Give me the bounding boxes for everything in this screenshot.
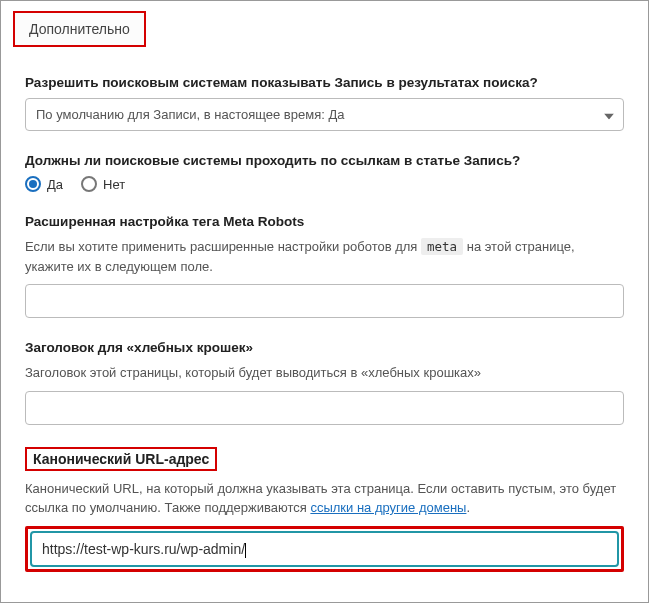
allow-search-section: Разрешить поисковым системам показывать … <box>25 75 624 131</box>
meta-robots-input[interactable] <box>25 284 624 318</box>
follow-links-label: Должны ли поисковые системы проходить по… <box>25 153 624 168</box>
follow-links-radios: Да Нет <box>25 176 624 192</box>
tab-advanced[interactable]: Дополнительно <box>13 11 146 47</box>
tab-advanced-label: Дополнительно <box>29 21 130 37</box>
meta-robots-label: Расширенная настройка тега Meta Robots <box>25 214 624 229</box>
breadcrumbs-label: Заголовок для «хлебных крошек» <box>25 340 624 355</box>
allow-search-label: Разрешить поисковым системам показывать … <box>25 75 624 90</box>
radio-yes[interactable]: Да <box>25 176 63 192</box>
meta-robots-helper: Если вы хотите применить расширенные нас… <box>25 237 624 276</box>
breadcrumbs-input[interactable] <box>25 391 624 425</box>
breadcrumbs-section: Заголовок для «хлебных крошек» Заголовок… <box>25 340 624 425</box>
radio-yes-input[interactable] <box>25 176 41 192</box>
radio-no-label: Нет <box>103 177 125 192</box>
follow-links-section: Должны ли поисковые системы проходить по… <box>25 153 624 192</box>
canonical-label: Канонический URL-адрес <box>25 447 217 471</box>
allow-search-selected: По умолчанию для Записи, в настоящее вре… <box>25 98 624 131</box>
panel-content: Разрешить поисковым системам показывать … <box>1 47 648 582</box>
breadcrumbs-helper: Заголовок этой страницы, который будет в… <box>25 363 624 383</box>
radio-no[interactable]: Нет <box>81 176 125 192</box>
radio-yes-label: Да <box>47 177 63 192</box>
allow-search-select[interactable]: По умолчанию для Записи, в настоящее вре… <box>25 98 624 131</box>
advanced-panel: Дополнительно Разрешить поисковым систем… <box>0 0 649 603</box>
canonical-helper: Канонический URL, на который должна указ… <box>25 479 624 518</box>
canonical-input-value: https://test-wp-kurs.ru/wp-admin/ <box>42 541 246 558</box>
text-cursor-icon <box>245 543 246 558</box>
meta-robots-section: Расширенная настройка тега Meta Robots Е… <box>25 214 624 318</box>
canonical-crossdomain-link[interactable]: ссылки на другие домены <box>310 500 466 515</box>
canonical-input-highlight: https://test-wp-kurs.ru/wp-admin/ <box>25 526 624 572</box>
canonical-input[interactable]: https://test-wp-kurs.ru/wp-admin/ <box>30 531 619 567</box>
meta-code: meta <box>421 238 463 255</box>
canonical-section: Канонический URL-адрес Канонический URL,… <box>25 447 624 572</box>
radio-no-input[interactable] <box>81 176 97 192</box>
